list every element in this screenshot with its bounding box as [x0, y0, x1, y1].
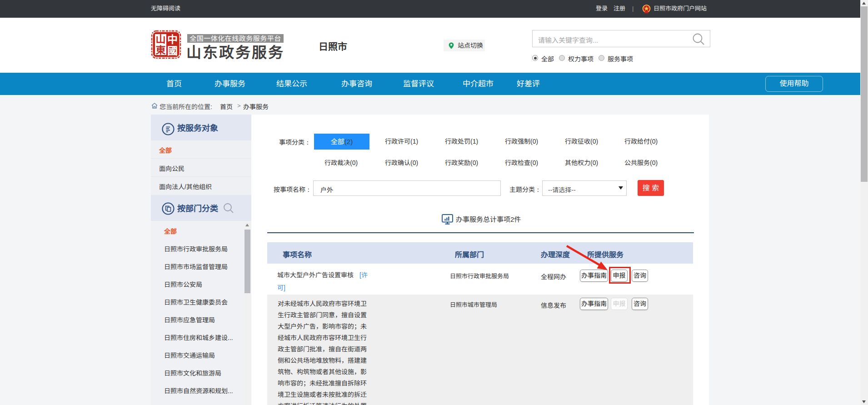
- svg-text:國: 國: [167, 42, 178, 58]
- svg-text:東: 東: [155, 42, 165, 56]
